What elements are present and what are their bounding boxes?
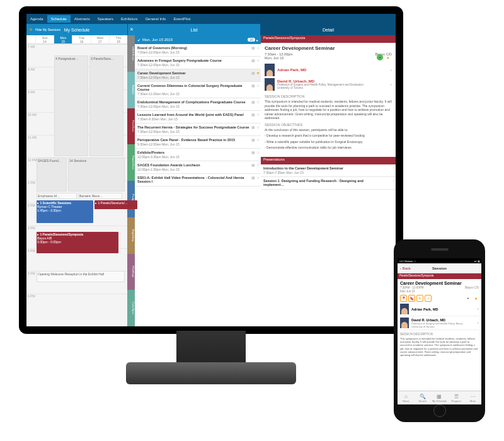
session-list-item[interactable]: SS01-A: Exhibit Hall Video Presentations… [135,174,261,186]
close-icon[interactable]: ✕ [130,27,134,32]
evt-sessions[interactable]: 14 Sessions [68,158,125,192]
add-icon[interactable]: + [465,295,471,301]
tab-plen[interactable]: Plen/Keyn [127,254,135,290]
star-icon[interactable]: ★ [472,295,479,301]
day-wed[interactable]: Wed17 [91,35,109,43]
evt-panels-big[interactable]: ▸ 1 Panels/Sessions/Symposia Bayou A/B3:… [37,232,118,253]
nav-eventpilot[interactable]: EventPilot [169,17,194,21]
tab-program[interactable]: ☰Program [448,391,465,404]
presentations-bar: Presentations [261,157,396,164]
chevron-right-icon: › [477,320,479,326]
evt-panels[interactable]: 3 Panels/Sess… [89,55,123,156]
tab-panel[interactable]: Panels/Sess [127,144,135,181]
nav-general[interactable]: General Info [141,17,169,21]
star-icon[interactable]: ☆ [256,46,260,50]
tab-more[interactable]: ⋯More [464,391,481,404]
app-screen: Agenda Schedule Abstracts Speakers Exhib… [26,14,396,326]
nav-abstracts[interactable]: Abstracts [71,17,94,21]
presentation-row[interactable]: Introduction to the Career Development S… [261,164,396,177]
session-list-item[interactable]: The Recurrent Hernia - Strategies for Su… [135,123,261,136]
session-list-item[interactable]: Lessons Learned from Around the World (j… [135,111,261,123]
chevron-right-icon: › [390,67,392,73]
star-icon[interactable]: ☆ [256,163,260,167]
star-icon[interactable]: ★ [256,71,260,75]
tab-schedule[interactable]: ▦My Schedule [431,391,448,404]
calendar-icon[interactable]: ▦ [251,59,255,62]
calendar-icon[interactable]: ▦ [251,176,255,180]
nav-speakers[interactable]: Speakers [94,17,117,21]
calendar-icon[interactable]: ▦ [251,163,255,167]
calendar-icon[interactable]: ▦ [251,113,255,117]
hide-sessions-label[interactable]: Hide My Sessions [35,28,60,32]
session-list-item[interactable]: Exhibits/Posters12:00pm-3:30pm Mon, Jun … [135,149,261,161]
star-icon[interactable]: ★ [384,54,391,60]
tab-home[interactable]: ⌂Home [398,391,415,404]
eye-icon[interactable]: 👁 [29,28,33,32]
speaker-row[interactable]: Adrian Park, MD › [265,64,392,76]
phone-desc-text: This symposium is intended for medical s… [400,337,479,357]
speaker-row[interactable]: David R. Urbach, MD Professor of Surgery… [265,78,392,91]
tab-bari[interactable]: Bariatric [127,72,135,108]
session-list-item[interactable]: Endoluminal Management of Complications … [135,98,261,111]
tab-usls[interactable]: USLS Room [127,35,135,72]
star-icon[interactable]: ☆ [256,59,260,62]
session-list-item[interactable]: Perioperative Care Panel - Evidence Base… [135,136,261,149]
tab-post[interactable]: Postgrad [127,181,135,217]
day-sun[interactable]: Sun14 [35,35,54,43]
session-list-item[interactable]: Career Development Seminar7:30am-12:00pm… [135,69,261,82]
tab-pres[interactable]: Pres/Sess [127,108,135,145]
calendar-icon[interactable]: ▦ [251,84,255,88]
nav-agenda[interactable]: Agenda [26,17,47,21]
session-list-item[interactable]: Current Common Dilemmas in Colorectal Su… [135,82,261,98]
phone-category-bar: Panels/Sessions/Symposia [398,273,481,279]
session-list-item[interactable]: Advances in Foregut Surgery Postgraduate… [135,57,261,69]
evt-welcome[interactable]: Opening Welcome Reception in the Exhibit… [37,271,125,282]
pin-icon[interactable]: 📍 [400,295,407,302]
calendar-icon[interactable]: ▦ [251,125,255,129]
star-icon[interactable]: ☆ [256,100,260,104]
calendar-icon[interactable]: ▦ [251,71,255,75]
presentation-row[interactable]: Session 1. Designing and Funding Researc… [261,177,396,190]
day-thu[interactable]: Thu18 [109,35,127,43]
phone-tab-bar: ⌂Home 🔍Search ▦My Schedule ☰Program ⋯Mor… [398,391,481,404]
column-headers: 👁Hide My SessionsMy Schedule ✕List Detai… [26,24,396,35]
star-icon[interactable]: ☆ [256,176,260,180]
calendar-icon[interactable]: ▦ [251,46,255,50]
session-list[interactable]: ✔Mon, Jun 15 201520▸ Board of Governors … [135,35,261,326]
note-icon[interactable]: ✎ [416,295,423,302]
calendar-icon[interactable]: ▦ [251,100,255,104]
day-tue[interactable]: Tue16 [72,35,90,43]
evt-scientific[interactable]: ▸ 1 Scientific Sessions Ryman C Theater1… [37,200,93,223]
more-icon: ⋯ [471,394,476,399]
evt-emph[interactable]: Emphasies M… [37,193,77,199]
share-icon[interactable]: ↗ [425,295,432,302]
chevron-right-icon: › [393,166,394,169]
tab-search[interactable]: 🔍Search [415,391,432,404]
session-list-item[interactable]: SAGES Foundation Awards Luncheon12:00pm-… [135,161,261,174]
session-title: Career Development Seminar [265,45,392,51]
side-tabs: USLS Room Bariatric Pres/Sess Panels/Ses… [127,35,135,326]
phone-speaker-row[interactable]: Adrian Park, MD › [400,304,479,316]
phone-session-title: Career Development Seminar [400,281,479,285]
evt-bari[interactable]: Bariatric Revis… [78,193,122,199]
star-icon[interactable]: ☆ [256,84,260,88]
evt-sages[interactable]: SAGES Found… [37,158,67,192]
day-mon[interactable]: Mon15 [54,35,72,43]
star-icon[interactable]: ☆ [256,113,260,117]
evt-postgrad[interactable]: 4 Postgraduat… [54,55,88,156]
bookmark-icon[interactable]: 🔖 [408,295,415,302]
star-icon[interactable]: ☆ [256,151,260,154]
star-icon[interactable]: ☆ [256,125,260,129]
nav-exhibitors[interactable]: Exhibitors [117,17,141,21]
evt-panels-small[interactable]: ▸ 1 Panels/Sessions/… [94,200,137,209]
tab-reg[interactable]: Regulatory [127,217,135,254]
calendar-icon[interactable]: ▦ [251,138,255,142]
tab-color[interactable]: Color/Spec [127,290,135,326]
nav-schedule[interactable]: Schedule [47,15,71,23]
add-icon[interactable]: + [377,54,383,60]
calendar-icon[interactable]: ▦ [251,151,255,154]
list-icon: ☰ [454,394,459,399]
session-list-item[interactable]: Board of Governors (Morning)7:00am-12:00… [135,44,261,57]
phone-speaker-row[interactable]: David R. Urbach, MD Professor of Surgery… [400,318,479,330]
star-icon[interactable]: ☆ [256,138,260,142]
